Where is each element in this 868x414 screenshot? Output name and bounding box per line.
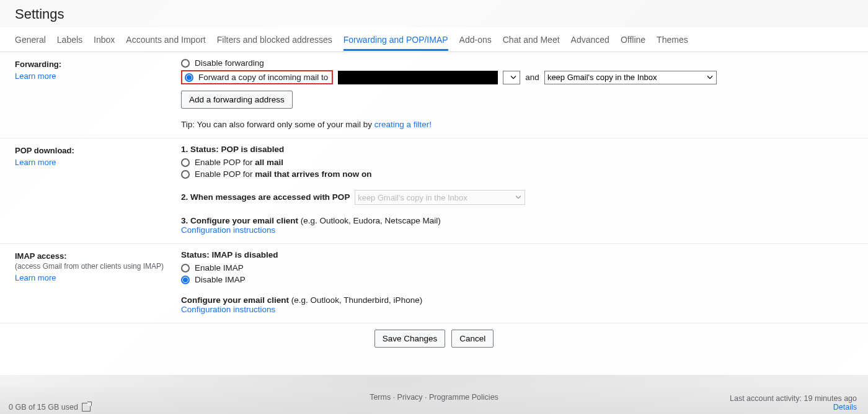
disable-forwarding-radio[interactable] bbox=[181, 59, 190, 68]
forwarding-section: Forwarding: Learn more Disable forwardin… bbox=[0, 52, 868, 138]
pop-section: POP download: Learn more 1. Status: POP … bbox=[0, 138, 868, 244]
imap-disable-row[interactable]: Disable IMAP bbox=[181, 275, 853, 284]
pop-enable-all-prefix: Enable POP for bbox=[195, 158, 255, 167]
imap-configure-hint: (e.g. Outlook, Thunderbird, iPhone) bbox=[291, 295, 422, 305]
imap-configure-row: Configure your email client (e.g. Outloo… bbox=[181, 295, 853, 305]
settings-body: Forwarding: Learn more Disable forwardin… bbox=[0, 52, 868, 375]
forwarding-title: Forwarding: bbox=[15, 60, 181, 69]
imap-enable-row[interactable]: Enable IMAP bbox=[181, 263, 853, 272]
imap-disable-label: Disable IMAP bbox=[195, 275, 246, 284]
pop-enable-all-radio[interactable] bbox=[181, 158, 190, 167]
imap-disable-radio[interactable] bbox=[181, 276, 190, 284]
and-text: and bbox=[525, 73, 539, 82]
tab-offline[interactable]: Offline bbox=[621, 29, 645, 50]
pop-status-label: 1. Status: bbox=[181, 145, 221, 154]
page-title: Settings bbox=[15, 6, 853, 22]
tip-text: Tip: You can also forward only some of y… bbox=[181, 120, 374, 129]
pop-enable-now-row[interactable]: Enable POP for mail that arrives from no… bbox=[181, 169, 853, 179]
policies-link[interactable]: Programme Policies bbox=[429, 393, 498, 402]
imap-content: Status: IMAP is disabled Enable IMAP Dis… bbox=[181, 250, 853, 314]
pop-when-accessed-row: 2. When messages are accessed with POP k… bbox=[181, 190, 853, 205]
forwarding-action-select[interactable]: keep Gmail's copy in the Inbox bbox=[544, 71, 717, 84]
cancel-button[interactable]: Cancel bbox=[451, 330, 494, 348]
imap-status-label: Status: bbox=[181, 250, 212, 259]
tab-inbox[interactable]: Inbox bbox=[94, 29, 115, 50]
last-activity-text: Last account activity: 19 minutes ago bbox=[730, 394, 857, 403]
open-in-new-icon bbox=[82, 403, 91, 412]
imap-config-instructions-link[interactable]: Configuration instructions bbox=[181, 305, 275, 314]
highlight-box: Forward a copy of incoming mail to bbox=[181, 70, 333, 84]
tab-add-ons[interactable]: Add-ons bbox=[459, 29, 492, 50]
tab-chat-and-meet[interactable]: Chat and Meet bbox=[503, 29, 560, 50]
forwarding-address-redacted bbox=[338, 71, 498, 84]
imap-configure-label: Configure your email client bbox=[181, 295, 291, 305]
imap-status-value: IMAP is disabled bbox=[212, 250, 278, 259]
forwarding-action-select-wrap[interactable]: keep Gmail's copy in the Inbox bbox=[544, 71, 717, 84]
forwarding-content: Disable forwarding Forward a copy of inc… bbox=[181, 58, 853, 129]
imap-learn-more-link[interactable]: Learn more bbox=[15, 273, 181, 282]
imap-title: IMAP access: bbox=[15, 251, 181, 261]
forwarding-address-select[interactable] bbox=[503, 71, 520, 84]
forwarding-label-column: Forwarding: Learn more bbox=[15, 58, 181, 129]
pop-configure-label: 3. Configure your email client bbox=[181, 216, 301, 225]
pop-enable-now-bold: mail that arrives from now on bbox=[255, 169, 371, 179]
pop-enable-all-row[interactable]: Enable POP for all mail bbox=[181, 158, 853, 167]
tab-general[interactable]: General bbox=[15, 29, 46, 50]
forward-copy-row: Forward a copy of incoming mail to and k… bbox=[181, 70, 853, 84]
storage-usage[interactable]: 0 GB of 15 GB used bbox=[9, 403, 91, 412]
creating-filter-link[interactable]: creating a filter! bbox=[374, 120, 432, 129]
disable-forwarding-row[interactable]: Disable forwarding bbox=[181, 58, 853, 68]
pop-status-value: POP is disabled bbox=[221, 145, 285, 154]
tab-accounts-and-import[interactable]: Accounts and Import bbox=[126, 29, 205, 50]
footer: 0 GB of 15 GB used Terms · Privacy · Pro… bbox=[0, 387, 868, 414]
save-changes-button[interactable]: Save Changes bbox=[374, 330, 446, 348]
footer-center-links: Terms · Privacy · Programme Policies bbox=[370, 393, 498, 402]
terms-link[interactable]: Terms bbox=[370, 393, 391, 402]
forward-copy-label: Forward a copy of incoming mail to bbox=[198, 73, 330, 82]
footer-right: Last account activity: 19 minutes ago De… bbox=[730, 394, 857, 412]
pop-enable-now-prefix: Enable POP for bbox=[195, 169, 255, 179]
pop-learn-more-link[interactable]: Learn more bbox=[15, 158, 181, 167]
settings-header: Settings bbox=[0, 0, 868, 27]
pop-enable-all-bold: all mail bbox=[255, 158, 283, 167]
pop-configure-hint: (e.g. Outlook, Eudora, Netscape Mail) bbox=[301, 216, 441, 225]
privacy-link[interactable]: Privacy bbox=[397, 393, 423, 402]
tab-advanced[interactable]: Advanced bbox=[571, 29, 609, 50]
forwarding-address-select-wrap[interactable] bbox=[503, 71, 520, 84]
imap-label-column: IMAP access: (access Gmail from other cl… bbox=[15, 250, 181, 314]
details-link[interactable]: Details bbox=[833, 403, 857, 412]
imap-enable-radio[interactable] bbox=[181, 264, 190, 272]
disable-forwarding-label: Disable forwarding bbox=[195, 58, 264, 68]
imap-subtext: (access Gmail from other clients using I… bbox=[15, 262, 181, 271]
forwarding-tip: Tip: You can also forward only some of y… bbox=[181, 120, 853, 129]
tab-labels[interactable]: Labels bbox=[57, 29, 82, 50]
pop-title: POP download: bbox=[15, 146, 181, 155]
actions-row: Save Changes Cancel bbox=[0, 323, 868, 356]
pop-action-select: keep Gmail's copy in the Inbox bbox=[355, 190, 525, 205]
tab-filters-and-blocked-addresses[interactable]: Filters and blocked addresses bbox=[217, 29, 332, 50]
forwarding-learn-more-link[interactable]: Learn more bbox=[15, 71, 181, 81]
pop-config-instructions-link[interactable]: Configuration instructions bbox=[181, 225, 275, 235]
forward-copy-radio[interactable] bbox=[185, 73, 193, 82]
add-forwarding-address-button[interactable]: Add a forwarding address bbox=[181, 91, 293, 109]
tabs-bar: GeneralLabelsInboxAccounts and ImportFil… bbox=[0, 27, 868, 52]
imap-section: IMAP access: (access Gmail from other cl… bbox=[0, 244, 868, 323]
pop-enable-now-radio[interactable] bbox=[181, 170, 190, 179]
imap-enable-label: Enable IMAP bbox=[195, 263, 244, 272]
pop-content: 1. Status: POP is disabled Enable POP fo… bbox=[181, 145, 853, 235]
pop-when-accessed-label: 2. When messages are accessed with POP bbox=[181, 192, 350, 202]
pop-label-column: POP download: Learn more bbox=[15, 145, 181, 235]
tab-forwarding-and-pop-imap[interactable]: Forwarding and POP/IMAP bbox=[343, 29, 448, 51]
pop-configure-row: 3. Configure your email client (e.g. Out… bbox=[181, 216, 853, 225]
tab-themes[interactable]: Themes bbox=[657, 29, 688, 50]
storage-text: 0 GB of 15 GB used bbox=[9, 403, 78, 412]
